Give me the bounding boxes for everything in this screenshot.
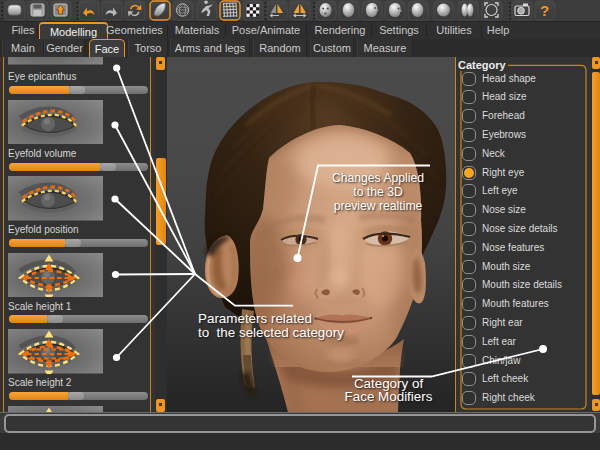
svg-text:?: ? [540, 2, 549, 19]
